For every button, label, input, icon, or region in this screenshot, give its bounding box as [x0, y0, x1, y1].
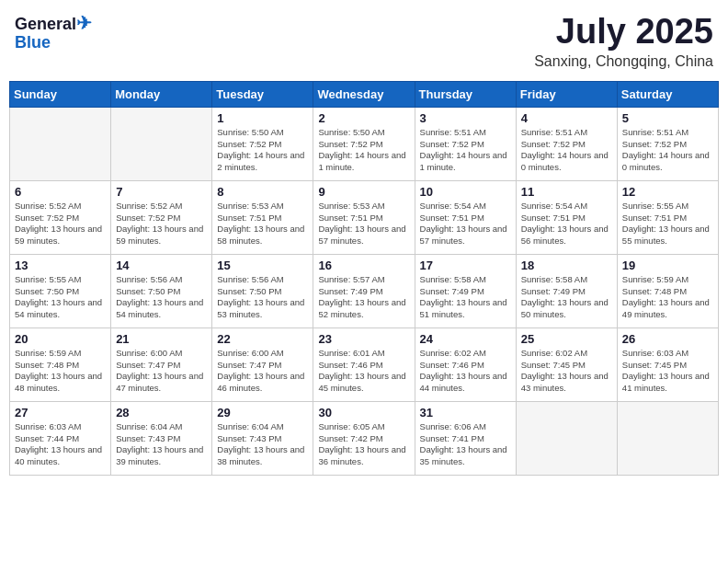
table-row [10, 107, 111, 180]
day-number: 8 [217, 185, 308, 199]
day-number: 25 [521, 332, 612, 346]
day-info: Sunrise: 5:56 AMSunset: 7:50 PMDaylight:… [116, 274, 207, 321]
table-row: 24Sunrise: 6:02 AMSunset: 7:46 PMDayligh… [415, 327, 516, 401]
table-row: 2Sunrise: 5:50 AMSunset: 7:52 PMDaylight… [313, 107, 415, 180]
day-info: Sunrise: 5:55 AMSunset: 7:51 PMDaylight:… [622, 201, 713, 247]
day-info: Sunrise: 5:59 AMSunset: 7:48 PMDaylight:… [622, 274, 713, 321]
calendar-week-row: 13Sunrise: 5:55 AMSunset: 7:50 PMDayligh… [10, 254, 719, 327]
day-info: Sunrise: 5:55 AMSunset: 7:50 PMDaylight:… [15, 274, 106, 321]
day-number: 7 [116, 185, 207, 199]
calendar-header-row: Sunday Monday Tuesday Wednesday Thursday… [10, 81, 719, 107]
day-number: 10 [420, 185, 511, 199]
day-number: 26 [622, 332, 713, 346]
day-info: Sunrise: 6:02 AMSunset: 7:45 PMDaylight:… [521, 348, 612, 395]
day-info: Sunrise: 5:56 AMSunset: 7:50 PMDaylight:… [217, 274, 308, 321]
table-row: 27Sunrise: 6:03 AMSunset: 7:44 PMDayligh… [10, 401, 111, 475]
day-number: 1 [217, 111, 308, 125]
table-row: 18Sunrise: 5:58 AMSunset: 7:49 PMDayligh… [516, 254, 617, 327]
calendar-week-row: 27Sunrise: 6:03 AMSunset: 7:44 PMDayligh… [10, 401, 719, 475]
day-info: Sunrise: 6:03 AMSunset: 7:44 PMDaylight:… [15, 421, 106, 468]
day-info: Sunrise: 5:52 AMSunset: 7:52 PMDaylight:… [116, 201, 207, 247]
day-info: Sunrise: 5:54 AMSunset: 7:51 PMDaylight:… [420, 201, 511, 247]
table-row [111, 107, 212, 180]
day-info: Sunrise: 5:58 AMSunset: 7:49 PMDaylight:… [521, 274, 612, 321]
day-number: 21 [116, 332, 207, 346]
calendar-week-row: 1Sunrise: 5:50 AMSunset: 7:52 PMDaylight… [10, 107, 719, 180]
table-row: 22Sunrise: 6:00 AMSunset: 7:47 PMDayligh… [212, 327, 313, 401]
day-number: 5 [622, 111, 713, 125]
day-info: Sunrise: 6:04 AMSunset: 7:43 PMDaylight:… [116, 421, 207, 468]
day-info: Sunrise: 6:03 AMSunset: 7:45 PMDaylight:… [622, 348, 713, 395]
logo-icon: ✈ [76, 13, 92, 33]
table-row [617, 401, 718, 475]
calendar-week-row: 6Sunrise: 5:52 AMSunset: 7:52 PMDaylight… [10, 180, 719, 254]
day-number: 24 [420, 332, 511, 346]
day-info: Sunrise: 5:53 AMSunset: 7:51 PMDaylight:… [217, 201, 308, 247]
table-row: 25Sunrise: 6:02 AMSunset: 7:45 PMDayligh… [516, 327, 617, 401]
table-row: 8Sunrise: 5:53 AMSunset: 7:51 PMDaylight… [212, 180, 313, 254]
table-row: 15Sunrise: 5:56 AMSunset: 7:50 PMDayligh… [212, 254, 313, 327]
table-row: 3Sunrise: 5:51 AMSunset: 7:52 PMDaylight… [415, 107, 516, 180]
day-info: Sunrise: 5:51 AMSunset: 7:52 PMDaylight:… [521, 127, 612, 174]
day-number: 15 [217, 259, 308, 272]
table-row: 4Sunrise: 5:51 AMSunset: 7:52 PMDaylight… [516, 107, 617, 180]
day-number: 28 [116, 406, 207, 419]
table-row: 20Sunrise: 5:59 AMSunset: 7:48 PMDayligh… [10, 327, 111, 401]
col-tuesday: Tuesday [212, 81, 313, 107]
col-saturday: Saturday [617, 81, 718, 107]
day-info: Sunrise: 6:00 AMSunset: 7:47 PMDaylight:… [217, 348, 308, 395]
table-row: 19Sunrise: 5:59 AMSunset: 7:48 PMDayligh… [617, 254, 718, 327]
day-number: 2 [318, 111, 409, 125]
day-number: 20 [15, 332, 106, 346]
table-row: 10Sunrise: 5:54 AMSunset: 7:51 PMDayligh… [415, 180, 516, 254]
table-row: 17Sunrise: 5:58 AMSunset: 7:49 PMDayligh… [415, 254, 516, 327]
day-info: Sunrise: 6:02 AMSunset: 7:46 PMDaylight:… [420, 348, 511, 395]
day-info: Sunrise: 6:00 AMSunset: 7:47 PMDaylight:… [116, 348, 207, 395]
day-info: Sunrise: 5:50 AMSunset: 7:52 PMDaylight:… [217, 127, 308, 174]
table-row: 7Sunrise: 5:52 AMSunset: 7:52 PMDaylight… [111, 180, 212, 254]
table-row: 11Sunrise: 5:54 AMSunset: 7:51 PMDayligh… [516, 180, 617, 254]
table-row: 5Sunrise: 5:51 AMSunset: 7:52 PMDaylight… [617, 107, 718, 180]
day-number: 19 [622, 259, 713, 272]
day-info: Sunrise: 5:54 AMSunset: 7:51 PMDaylight:… [521, 201, 612, 247]
day-number: 16 [318, 259, 409, 272]
day-number: 30 [318, 406, 409, 419]
day-number: 3 [420, 111, 511, 125]
day-info: Sunrise: 5:51 AMSunset: 7:52 PMDaylight:… [420, 127, 511, 174]
day-number: 27 [15, 406, 106, 419]
day-number: 29 [217, 406, 308, 419]
table-row: 23Sunrise: 6:01 AMSunset: 7:46 PMDayligh… [313, 327, 415, 401]
table-row: 9Sunrise: 5:53 AMSunset: 7:51 PMDaylight… [313, 180, 415, 254]
table-row: 1Sunrise: 5:50 AMSunset: 7:52 PMDaylight… [212, 107, 313, 180]
month-title: July 2025 [534, 13, 713, 52]
day-info: Sunrise: 5:59 AMSunset: 7:48 PMDaylight:… [15, 348, 106, 395]
day-info: Sunrise: 6:01 AMSunset: 7:46 PMDaylight:… [318, 348, 409, 395]
day-info: Sunrise: 5:53 AMSunset: 7:51 PMDaylight:… [318, 201, 409, 247]
table-row: 29Sunrise: 6:04 AMSunset: 7:43 PMDayligh… [212, 401, 313, 475]
day-info: Sunrise: 6:04 AMSunset: 7:43 PMDaylight:… [217, 421, 308, 468]
table-row: 28Sunrise: 6:04 AMSunset: 7:43 PMDayligh… [111, 401, 212, 475]
day-number: 23 [318, 332, 409, 346]
day-number: 17 [420, 259, 511, 272]
table-row: 16Sunrise: 5:57 AMSunset: 7:49 PMDayligh… [313, 254, 415, 327]
day-number: 13 [15, 259, 106, 272]
day-number: 12 [622, 185, 713, 199]
col-monday: Monday [111, 81, 212, 107]
logo-blue: Blue [15, 33, 51, 52]
day-number: 6 [15, 185, 106, 199]
location: Sanxing, Chongqing, China [534, 53, 713, 70]
day-info: Sunrise: 5:58 AMSunset: 7:49 PMDaylight:… [420, 274, 511, 321]
table-row: 12Sunrise: 5:55 AMSunset: 7:51 PMDayligh… [617, 180, 718, 254]
col-wednesday: Wednesday [313, 81, 415, 107]
table-row: 13Sunrise: 5:55 AMSunset: 7:50 PMDayligh… [10, 254, 111, 327]
day-number: 9 [318, 185, 409, 199]
day-number: 11 [521, 185, 612, 199]
day-number: 22 [217, 332, 308, 346]
table-row: 14Sunrise: 5:56 AMSunset: 7:50 PMDayligh… [111, 254, 212, 327]
day-info: Sunrise: 6:05 AMSunset: 7:42 PMDaylight:… [318, 421, 409, 468]
table-row: 30Sunrise: 6:05 AMSunset: 7:42 PMDayligh… [313, 401, 415, 475]
day-number: 31 [420, 406, 511, 419]
day-info: Sunrise: 5:51 AMSunset: 7:52 PMDaylight:… [622, 127, 713, 174]
logo-general: General [15, 15, 76, 33]
day-number: 18 [521, 259, 612, 272]
